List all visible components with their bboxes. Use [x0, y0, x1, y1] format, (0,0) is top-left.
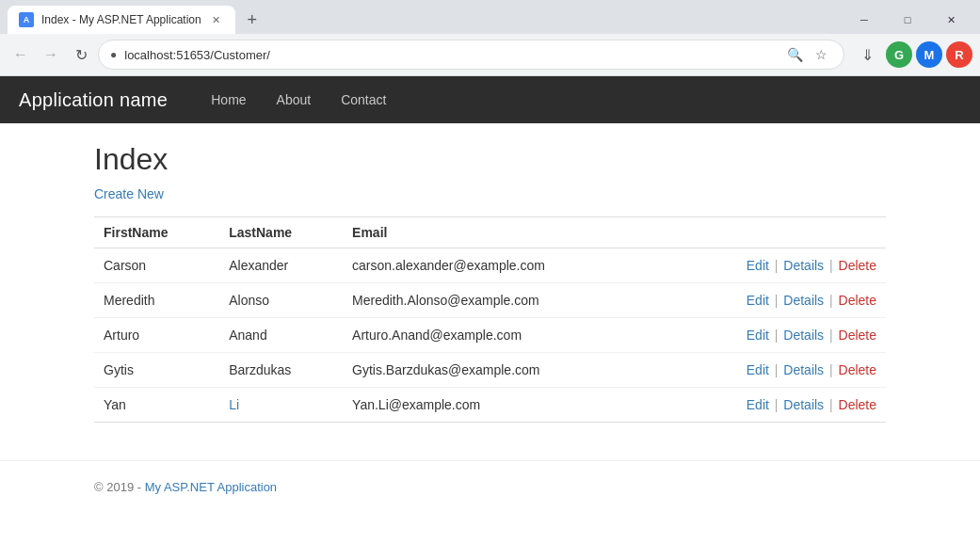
- delete-link[interactable]: Delete: [839, 328, 876, 343]
- tab-title: Index - My ASP.NET Application: [41, 13, 201, 26]
- action-separator: |: [826, 293, 836, 308]
- new-tab-button[interactable]: +: [239, 7, 265, 33]
- url-bar[interactable]: ● localhost:51653/Customer/ 🔍 ☆: [98, 40, 844, 70]
- delete-link[interactable]: Delete: [839, 397, 876, 412]
- table-row: CarsonAlexandercarson.alexander@example.…: [94, 248, 886, 283]
- nav-link-about[interactable]: About: [262, 76, 327, 123]
- edit-link[interactable]: Edit: [747, 328, 769, 343]
- refresh-button[interactable]: ↻: [68, 41, 94, 68]
- cell-actions: Edit | Details | Delete: [662, 318, 886, 353]
- cell-lastname: Alexander: [219, 248, 343, 283]
- col-header-lastname: LastName: [219, 217, 343, 248]
- avatar-g[interactable]: G: [886, 41, 912, 68]
- cell-email: Meredith.Alonso@example.com: [343, 283, 662, 318]
- delete-link[interactable]: Delete: [839, 258, 876, 273]
- cell-email: Gytis.Barzdukas@example.com: [343, 353, 662, 388]
- table-row: YanLiYan.Li@example.comEdit | Details | …: [94, 388, 886, 423]
- cell-actions: Edit | Details | Delete: [662, 283, 886, 318]
- toolbar-right: ⇓ G M R: [852, 40, 972, 70]
- browser-tab[interactable]: A Index - My ASP.NET Application ✕: [8, 6, 235, 34]
- table-row: GytisBarzdukasGytis.Barzdukas@example.co…: [94, 353, 886, 388]
- main-content: Index Create New FirstName LastName Emai…: [0, 123, 980, 441]
- action-separator: |: [826, 397, 836, 412]
- nav-link-home[interactable]: Home: [196, 76, 261, 123]
- footer: © 2019 - My ASP.NET Application: [0, 460, 980, 513]
- action-separator: |: [771, 328, 781, 343]
- footer-app-link[interactable]: My ASP.NET Application: [145, 480, 277, 494]
- cell-actions: Edit | Details | Delete: [662, 353, 886, 388]
- cell-firstname: Gytis: [94, 353, 219, 388]
- col-header-actions: [662, 217, 886, 248]
- details-link[interactable]: Details: [783, 397, 824, 412]
- cell-lastname: Alonso: [219, 283, 343, 318]
- action-separator: |: [826, 258, 836, 273]
- edit-link[interactable]: Edit: [747, 362, 769, 377]
- action-separator: |: [771, 362, 781, 377]
- table-row: MeredithAlonsoMeredith.Alonso@example.co…: [94, 283, 886, 318]
- action-separator: |: [826, 362, 836, 377]
- url-text: localhost:51653/Customer/: [124, 48, 776, 62]
- details-link[interactable]: Details: [783, 258, 824, 273]
- delete-link[interactable]: Delete: [839, 293, 876, 308]
- nav-links: Home About Contact: [196, 76, 401, 123]
- bookmark-icon[interactable]: ☆: [810, 43, 832, 66]
- cell-email: Yan.Li@example.com: [343, 388, 662, 423]
- avatar-r[interactable]: R: [946, 41, 972, 68]
- close-button[interactable]: ✕: [929, 6, 972, 34]
- action-separator: |: [771, 293, 781, 308]
- action-separator: |: [826, 328, 836, 343]
- details-link[interactable]: Details: [783, 328, 824, 343]
- minimize-button[interactable]: ─: [843, 6, 886, 34]
- table-header-row: FirstName LastName Email: [94, 217, 886, 248]
- cell-actions: Edit | Details | Delete: [662, 388, 886, 423]
- col-header-email: Email: [343, 217, 662, 248]
- cell-actions: Edit | Details | Delete: [662, 248, 886, 283]
- cell-firstname: Carson: [94, 248, 219, 283]
- tab-close-button[interactable]: ✕: [209, 12, 224, 27]
- lock-icon: ●: [110, 48, 117, 61]
- cell-firstname: Arturo: [94, 318, 219, 353]
- action-separator: |: [771, 258, 781, 273]
- cell-firstname: Yan: [94, 388, 219, 423]
- browser-chrome: A Index - My ASP.NET Application ✕ + ─ □…: [0, 0, 980, 76]
- url-right-icons: 🔍 ☆: [783, 43, 832, 66]
- cell-firstname: Meredith: [94, 283, 219, 318]
- cell-email: Arturo.Anand@example.com: [343, 318, 662, 353]
- title-bar: A Index - My ASP.NET Application ✕ + ─ □…: [0, 0, 980, 34]
- delete-link[interactable]: Delete: [839, 362, 876, 377]
- window-controls: ─ □ ✕: [843, 6, 972, 34]
- maximize-button[interactable]: □: [886, 6, 929, 34]
- edit-link[interactable]: Edit: [747, 397, 769, 412]
- lastname-link[interactable]: Li: [229, 397, 239, 412]
- nav-link-contact[interactable]: Contact: [326, 76, 401, 123]
- footer-copyright: © 2019 -: [94, 480, 145, 494]
- tab-favicon: A: [19, 12, 34, 27]
- col-header-firstname: FirstName: [94, 217, 219, 248]
- avatar-m[interactable]: M: [916, 41, 942, 68]
- customer-table: FirstName LastName Email CarsonAlexander…: [94, 216, 886, 423]
- cell-lastname: Li: [219, 388, 343, 423]
- details-link[interactable]: Details: [783, 293, 824, 308]
- cell-lastname: Barzdukas: [219, 353, 343, 388]
- download-icon[interactable]: ⇓: [852, 40, 882, 70]
- create-new-link[interactable]: Create New: [94, 186, 164, 201]
- cell-lastname: Anand: [219, 318, 343, 353]
- search-icon[interactable]: 🔍: [783, 43, 806, 66]
- page-title: Index: [94, 142, 886, 177]
- forward-button[interactable]: →: [38, 41, 64, 68]
- cell-email: carson.alexander@example.com: [343, 248, 662, 283]
- app-name: Application name: [19, 89, 168, 111]
- app-navbar: Application name Home About Contact: [0, 76, 980, 123]
- edit-link[interactable]: Edit: [747, 258, 769, 273]
- table-row: ArturoAnandArturo.Anand@example.comEdit …: [94, 318, 886, 353]
- address-bar: ← → ↻ ● localhost:51653/Customer/ 🔍 ☆ ⇓ …: [0, 34, 980, 75]
- details-link[interactable]: Details: [783, 362, 824, 377]
- edit-link[interactable]: Edit: [747, 293, 769, 308]
- action-separator: |: [771, 397, 781, 412]
- back-button[interactable]: ←: [8, 41, 34, 68]
